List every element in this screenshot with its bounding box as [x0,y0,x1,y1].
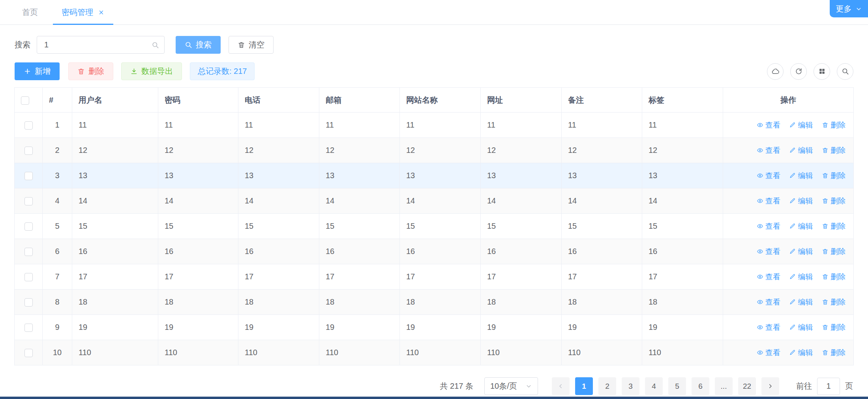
page-button-1[interactable]: 1 [575,377,593,395]
view-link[interactable]: 查看 [757,145,780,156]
cell-site-name: 11 [400,113,481,138]
tab-password-management[interactable]: 密码管理 [50,0,116,24]
delete-link[interactable]: 删除 [822,221,846,231]
table-search-button[interactable] [837,63,853,80]
view-link[interactable]: 查看 [757,272,780,282]
cell-email: 14 [319,188,400,214]
table-row[interactable]: 1 11 11 11 11 11 11 11 11 查看 编辑 删除 [15,113,854,138]
table-row[interactable]: 2 12 12 12 12 12 12 12 12 查看 编辑 删除 [15,138,854,163]
add-button[interactable]: 新增 [15,62,60,80]
pencil-icon [789,223,796,230]
edit-link[interactable]: 编辑 [789,322,813,333]
cell-url: 12 [481,138,562,163]
row-checkbox[interactable] [24,172,33,180]
delete-link[interactable]: 删除 [822,348,846,358]
table-row[interactable]: 8 18 18 18 18 18 18 18 18 查看 编辑 删除 [15,290,854,315]
table-row[interactable]: 7 17 17 17 17 17 17 17 17 查看 编辑 删除 [15,264,854,290]
row-checkbox[interactable] [24,248,33,256]
cloud-download-button[interactable] [767,63,784,80]
page-button-2[interactable]: 2 [598,377,616,395]
search-button[interactable]: 搜索 [176,36,221,54]
row-checkbox[interactable] [24,349,33,357]
cell-password: 15 [158,214,238,239]
cell-tag: 13 [642,163,723,188]
tab-close-icon[interactable] [98,9,105,16]
select-all-checkbox[interactable] [21,96,29,105]
row-checkbox[interactable] [24,273,33,281]
row-checkbox[interactable] [24,121,33,130]
edit-link[interactable]: 编辑 [789,145,813,156]
page-size-select[interactable]: 10条/页 [484,377,538,395]
cell-tag: 12 [642,138,723,163]
table-row[interactable]: 10 110 110 110 110 110 110 110 110 查看 编辑… [15,340,854,365]
edit-link[interactable]: 编辑 [789,120,813,130]
page-button-6[interactable]: 6 [692,377,709,395]
row-checkbox[interactable] [24,147,33,155]
edit-link[interactable]: 编辑 [789,297,813,307]
view-link[interactable]: 查看 [757,196,780,206]
page-button-5[interactable]: 5 [668,377,686,395]
row-checkbox[interactable] [24,298,33,307]
edit-link[interactable]: 编辑 [789,272,813,282]
tab-home[interactable]: 首页 [10,0,50,24]
row-index-cell: 4 [43,188,72,214]
col-site-name: 网站名称 [400,88,481,113]
delete-link[interactable]: 删除 [822,247,846,257]
page-button-22[interactable]: 22 [738,377,756,395]
table-row[interactable]: 4 14 14 14 14 14 14 14 14 查看 编辑 删除 [15,188,854,214]
table-row[interactable]: 5 15 15 15 15 15 15 15 15 查看 编辑 删除 [15,214,854,239]
clear-button[interactable]: 清空 [229,36,274,54]
row-checkbox[interactable] [24,197,33,205]
delete-link[interactable]: 删除 [822,272,846,282]
cell-phone: 13 [238,163,319,188]
delete-link[interactable]: 删除 [822,120,846,130]
cell-tag: 16 [642,239,723,264]
row-index-cell: 6 [43,239,72,264]
cell-site-name: 19 [400,315,481,340]
cell-note: 18 [562,290,642,315]
table-row[interactable]: 3 13 13 13 13 13 13 13 13 查看 编辑 删除 [15,163,854,188]
more-button[interactable]: 更多 [830,0,868,17]
view-link[interactable]: 查看 [757,247,780,257]
next-page-button[interactable] [761,377,779,395]
delete-button[interactable]: 删除 [68,62,113,80]
eye-icon [757,324,763,331]
col-url: 网址 [481,88,562,113]
cell-password: 17 [158,264,238,290]
cell-email: 11 [319,113,400,138]
delete-link[interactable]: 删除 [822,171,846,181]
cell-username: 18 [72,290,158,315]
edit-link[interactable]: 编辑 [789,221,813,231]
view-link[interactable]: 查看 [757,120,780,130]
view-link[interactable]: 查看 [757,221,780,231]
column-settings-button[interactable] [814,63,830,80]
delete-link[interactable]: 删除 [822,297,846,307]
prev-page-button[interactable] [552,377,570,395]
delete-link[interactable]: 删除 [822,322,846,333]
page-ellipsis[interactable]: ... [715,377,733,395]
cell-password: 18 [158,290,238,315]
eye-icon [757,172,763,179]
view-link[interactable]: 查看 [757,171,780,181]
table-row[interactable]: 6 16 16 16 16 16 16 16 16 查看 编辑 删除 [15,239,854,264]
cell-tag: 17 [642,264,723,290]
table-row[interactable]: 9 19 19 19 19 19 19 19 19 查看 编辑 删除 [15,315,854,340]
edit-link[interactable]: 编辑 [789,171,813,181]
goto-page-input[interactable] [817,378,840,395]
export-button[interactable]: 数据导出 [121,62,182,80]
page-button-3[interactable]: 3 [622,377,639,395]
refresh-button[interactable] [790,63,807,80]
view-link[interactable]: 查看 [757,297,780,307]
grid-icon [818,68,826,75]
delete-link[interactable]: 删除 [822,196,846,206]
view-link[interactable]: 查看 [757,322,780,333]
edit-link[interactable]: 编辑 [789,196,813,206]
edit-link[interactable]: 编辑 [789,247,813,257]
edit-link[interactable]: 编辑 [789,348,813,358]
delete-link[interactable]: 删除 [822,145,846,156]
page-button-4[interactable]: 4 [645,377,663,395]
row-checkbox[interactable] [24,324,33,332]
search-input[interactable] [37,36,165,54]
view-link[interactable]: 查看 [757,348,780,358]
row-checkbox[interactable] [24,222,33,231]
